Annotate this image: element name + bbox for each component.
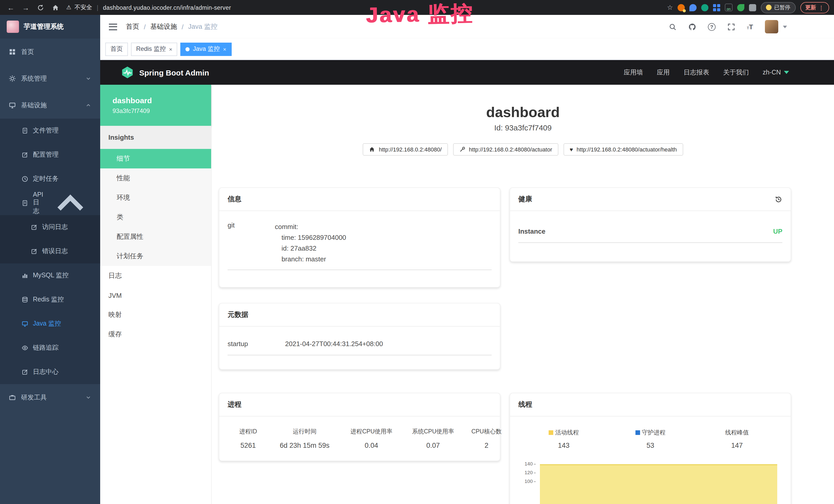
health-row-label: Instance — [518, 228, 546, 235]
sidebar-item-home[interactable]: 首页 — [0, 39, 100, 65]
process-card-header: 进程 — [219, 393, 500, 416]
service-url-button[interactable]: http://192.168.0.2:48080/ — [363, 143, 448, 156]
close-icon[interactable]: × — [223, 46, 226, 52]
sba-item-environment[interactable]: 环境 — [100, 188, 211, 207]
sba-instance-header[interactable]: dashboard 93a3fc7f7409 — [100, 85, 211, 126]
breadcrumb-separator: / — [182, 23, 183, 30]
sba-item-caches[interactable]: 缓存 — [100, 324, 211, 344]
sidebar-item-error-logs[interactable]: 错误日志 — [0, 239, 100, 264]
app-logo-row[interactable]: 芋道管理系统 — [0, 15, 100, 39]
sidebar-item-mysql-monitor[interactable]: MySQL 监控 — [0, 264, 100, 288]
sba-item-config-props[interactable]: 配置属性 — [100, 227, 211, 247]
card-title: 进程 — [227, 400, 241, 409]
sidebar-item-file-mgmt[interactable]: 文件管理 — [0, 119, 100, 143]
breadcrumb-separator: / — [144, 23, 146, 30]
sidebar-item-tracing[interactable]: 链路追踪 — [0, 336, 100, 360]
tab-java-monitor[interactable]: Java 监控 × — [180, 42, 232, 56]
sba-locale-label: zh-CN — [763, 69, 781, 76]
process-col-cpu: 进程CPU使用率 0.04 — [341, 428, 402, 449]
sba-brand[interactable]: Spring Boot Admin — [100, 66, 209, 79]
extension-on-badge[interactable]: on — [725, 4, 732, 11]
avatar[interactable] — [765, 20, 778, 33]
fullscreen-icon[interactable] — [727, 23, 735, 30]
sidebar-item-api-logs[interactable]: API 日志 — [0, 191, 100, 215]
sba-item-logs[interactable]: 日志 — [100, 266, 211, 285]
sba-nav-wallboard[interactable]: 应用墙 — [623, 68, 643, 77]
address-bar[interactable]: ⚠ 不安全 | dashboard.yudao.iocoder.cn/infra… — [66, 4, 231, 11]
card-title: 信息 — [227, 194, 241, 204]
sba-sidebar: dashboard 93a3fc7f7409 Insights 细节 性能 环境… — [100, 85, 212, 504]
update-button[interactable]: 更新 ⋮ — [800, 2, 829, 13]
sba-item-scheduled-tasks[interactable]: 计划任务 — [100, 247, 211, 266]
sidebar-item-config-mgmt[interactable]: 配置管理 — [0, 143, 100, 167]
sidebar-item-label: 首页 — [21, 47, 34, 56]
sba-locale-select[interactable]: zh-CN — [763, 69, 789, 76]
breadcrumb-infrastructure[interactable]: 基础设施 — [150, 22, 177, 31]
timer-icon — [22, 176, 28, 182]
sidebar-item-java-monitor[interactable]: Java 监控 — [0, 312, 100, 336]
url-text: dashboard.yudao.iocoder.cn/infra/admin-s… — [103, 4, 231, 10]
legend-value: 53 — [607, 442, 694, 449]
back-button[interactable]: ← — [7, 3, 14, 12]
sba-item-jvm[interactable]: JVM — [100, 285, 211, 305]
mysql-icon — [22, 272, 28, 279]
sidebar-item-label: 文件管理 — [33, 126, 59, 135]
sba-item-mappings[interactable]: 映射 — [100, 305, 211, 324]
sidebar-item-label: 配置管理 — [33, 151, 59, 159]
extension-fox-icon[interactable] — [678, 4, 685, 11]
wrench-icon — [459, 146, 465, 153]
forward-button[interactable]: → — [22, 3, 29, 12]
sidebar-item-infrastructure[interactable]: 基础设施 — [0, 92, 100, 119]
api-log-icon — [22, 200, 28, 206]
font-size-big: T — [749, 23, 753, 30]
sba-item-metrics[interactable]: 性能 — [100, 168, 211, 188]
browser-home-button[interactable] — [52, 4, 59, 11]
sba-nav-applications[interactable]: 应用 — [657, 68, 670, 77]
history-icon[interactable] — [775, 196, 782, 203]
process-col-cores: CPU核心数 2 — [464, 428, 509, 449]
close-icon[interactable]: × — [169, 46, 172, 52]
breadcrumb: 首页 / 基础设施 / Java 监控 — [126, 22, 218, 31]
sba-nav-journal[interactable]: 日志报表 — [683, 68, 709, 77]
github-icon[interactable] — [688, 23, 696, 30]
info-card-body: git commit: time: 1596289704000 id: 27aa… — [219, 211, 500, 278]
sba-section-insights[interactable]: Insights — [100, 126, 211, 149]
extension-leaf-icon[interactable] — [737, 4, 744, 11]
left-column: 信息 git commit: time: 1596289704000 id: 2… — [219, 187, 500, 504]
sidebar-item-log-center[interactable]: 日志中心 — [0, 360, 100, 384]
actuator-url-button[interactable]: http://192.168.0.2:48080/actuator — [453, 143, 558, 156]
info-row-git: git commit: time: 1596289704000 id: 27aa… — [227, 215, 491, 270]
extension-grid-icon[interactable] — [713, 4, 720, 11]
sidebar-item-devtools[interactable]: 研发工具 — [0, 384, 100, 411]
sba-instance-id: 93a3fc7f7409 — [112, 107, 211, 115]
sba-item-label: 日志 — [108, 271, 122, 280]
extension-drop-icon[interactable] — [689, 4, 697, 11]
health-row-instance: Instance UP — [518, 217, 782, 243]
chevron-down-icon — [85, 75, 91, 82]
sba-nav-about[interactable]: 关于我们 — [723, 68, 749, 77]
sba-item-details[interactable]: 细节 — [100, 149, 211, 168]
extension-misc-icon[interactable] — [749, 4, 756, 11]
avatar-caret-icon[interactable] — [783, 25, 787, 28]
hamburger-icon[interactable] — [100, 23, 126, 30]
tab-home[interactable]: 首页 — [105, 42, 128, 56]
sba-item-classes[interactable]: 类 — [100, 207, 211, 227]
help-icon[interactable]: ? — [708, 23, 716, 30]
bookmark-star-icon[interactable]: ☆ — [667, 4, 673, 11]
info-row-value: commit: time: 1596289704000 id: 27aa832 … — [275, 221, 346, 265]
font-size-icon[interactable]: тT — [747, 23, 753, 30]
sidebar-item-redis-monitor[interactable]: Redis 监控 — [0, 288, 100, 312]
paused-badge[interactable]: 已暂停 — [761, 2, 795, 13]
active-threads-area — [540, 464, 777, 504]
url-divider: | — [95, 4, 100, 10]
instance-id-line: Id: 93a3fc7f7409 — [212, 123, 834, 132]
process-card: 进程 进程ID 5261 运行时间 6d 23h 15m 59s — [219, 393, 500, 461]
health-url-button[interactable]: ♥ http://192.168.0.2:48080/actuator/heal… — [564, 143, 683, 156]
extension-sync-icon[interactable] — [701, 4, 708, 11]
breadcrumb-home[interactable]: 首页 — [126, 22, 139, 31]
tab-redis-monitor[interactable]: Redis 监控 × — [131, 42, 177, 56]
reload-button[interactable] — [37, 4, 44, 11]
process-header: 进程CPU使用率 — [341, 428, 402, 435]
sidebar-item-system-mgmt[interactable]: 系统管理 — [0, 65, 100, 92]
search-icon[interactable] — [669, 23, 677, 30]
